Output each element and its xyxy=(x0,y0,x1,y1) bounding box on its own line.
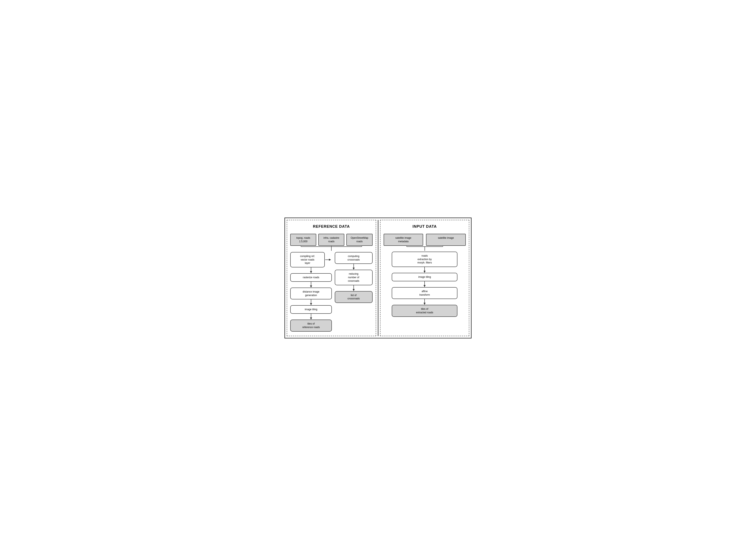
arrow-down-2 xyxy=(290,282,332,287)
svg-marker-19 xyxy=(353,289,355,291)
arrow-svg-3 xyxy=(309,300,313,305)
compiling-row: compiling ref.vector roadslayer xyxy=(290,252,332,268)
reference-section: REFERENCE DATA topog. roads1:5,000 infra… xyxy=(287,220,376,336)
node-reducing: reducingnumber ofcossroads xyxy=(335,270,372,285)
svg-marker-28 xyxy=(424,285,426,287)
arrow-svg-4 xyxy=(309,314,313,319)
node-roads-extraction: roadsextraction bymorph. filters xyxy=(392,252,457,267)
arrow-down-inp3 xyxy=(423,299,427,305)
arrow-svg-1 xyxy=(309,268,313,273)
arrow-svg-inp3 xyxy=(423,299,427,305)
node-osm: OpenStreetMaproads xyxy=(347,234,372,246)
node-tiles-ref: tiles ofreference roads xyxy=(290,319,332,332)
arrow-svg-cr1 xyxy=(352,264,356,270)
svg-marker-9 xyxy=(310,271,312,273)
node-sat-img: satellite image xyxy=(426,234,466,246)
node-topog: topog. roads1:5,000 xyxy=(290,234,316,246)
node-distance: distance imagegeneration xyxy=(290,287,332,300)
arrow-down-inp1 xyxy=(423,267,427,273)
node-rasterize: rasterize roads xyxy=(290,273,332,282)
ref-columns-wrapper: compiling ref.vector roadslayer raster xyxy=(290,252,372,332)
top-lines xyxy=(290,246,372,252)
node-infra: infra. cadastreroads xyxy=(318,234,344,246)
node-image-tiling-inp: image tiling xyxy=(392,273,457,281)
svg-marker-13 xyxy=(310,303,312,305)
arrow-down-cr1 xyxy=(335,264,372,270)
arrow-down-cr2 xyxy=(335,285,372,291)
input-title: INPUT DATA xyxy=(384,224,466,229)
arrow-svg-inp1 xyxy=(423,267,427,273)
arrow-down-1 xyxy=(290,268,332,273)
horiz-arrow-svg xyxy=(325,258,331,262)
input-section: INPUT DATA satellite imagemetadata satel… xyxy=(380,220,469,336)
node-compiling: compiling ref.vector roadslayer xyxy=(290,252,325,268)
ref-left-col: compiling ref.vector roadslayer raster xyxy=(290,252,332,332)
ref-top-row: topog. roads1:5,000 infra. cadastreroads… xyxy=(290,234,372,246)
reference-title: REFERENCE DATA xyxy=(290,224,372,229)
node-sat-meta: satellite imagemetadata xyxy=(384,234,423,246)
right-arrow xyxy=(325,258,332,262)
input-top-lines xyxy=(384,246,466,252)
node-affine: affinetransform xyxy=(392,287,457,299)
svg-marker-26 xyxy=(424,271,426,273)
diagram-wrapper: REFERENCE DATA topog. roads1:5,000 infra… xyxy=(285,217,471,339)
input-top-connector-svg xyxy=(384,246,466,252)
svg-marker-7 xyxy=(329,259,331,261)
node-list-crossroads: list ofcrossroads xyxy=(335,291,372,303)
svg-marker-17 xyxy=(353,268,355,270)
arrow-down-3 xyxy=(290,300,332,305)
arrow-svg-inp2 xyxy=(423,281,427,287)
node-image-tiling-ref: image tiling xyxy=(290,305,332,314)
ref-right-col: computingcrossroads reducingnumber ofcos… xyxy=(334,252,372,332)
input-top-row: satellite imagemetadata satellite image xyxy=(384,234,466,246)
svg-marker-15 xyxy=(310,317,312,319)
arrow-svg-2 xyxy=(309,282,313,287)
input-main: roadsextraction bymorph. filters image t… xyxy=(384,252,466,317)
arrow-svg-cr2 xyxy=(352,285,356,291)
svg-marker-30 xyxy=(424,303,426,305)
arrow-down-inp2 xyxy=(423,281,427,287)
section-divider xyxy=(378,220,379,336)
arrow-down-4 xyxy=(290,314,332,319)
svg-marker-11 xyxy=(310,285,312,287)
node-computing-crossroads: computingcrossroads xyxy=(335,252,372,264)
top-connector-svg xyxy=(290,246,372,252)
node-tiles-extracted: tiles ofextracted roads xyxy=(392,305,457,317)
